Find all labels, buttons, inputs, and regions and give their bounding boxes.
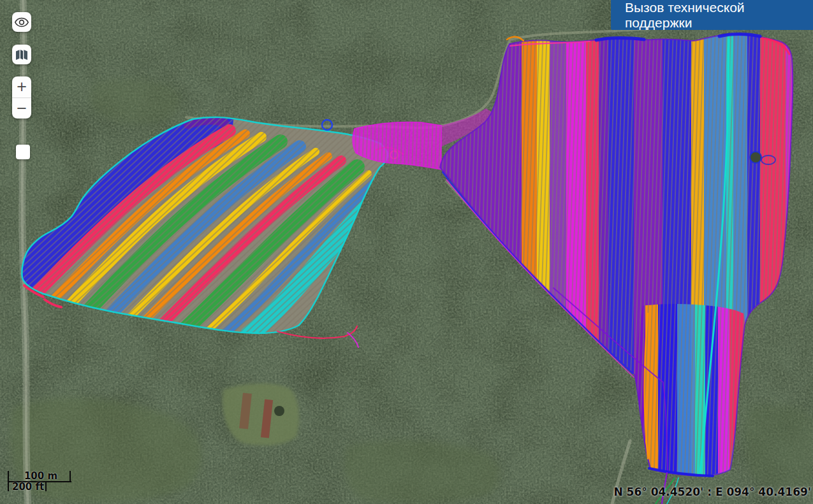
eye-icon bbox=[14, 15, 29, 30]
map-canvas[interactable] bbox=[0, 0, 813, 504]
folded-map-icon bbox=[14, 47, 29, 62]
scale-imperial-label: 200 ft bbox=[12, 481, 44, 493]
zoom-control: + − bbox=[12, 76, 31, 119]
zoom-out-button[interactable]: − bbox=[12, 98, 31, 119]
scale-tick-imperial bbox=[45, 482, 47, 491]
zoom-in-button[interactable]: + bbox=[12, 76, 31, 98]
support-banner[interactable]: Вызов технической поддержки bbox=[611, 0, 813, 30]
scale-bar: 100 m 200 ft bbox=[8, 470, 74, 493]
visibility-button[interactable] bbox=[12, 12, 31, 32]
scale-metric-label: 100 m bbox=[13, 470, 69, 482]
support-banner-label: Вызов технической поддержки bbox=[625, 0, 813, 31]
farm-clearing bbox=[223, 384, 299, 445]
scale-tick-left bbox=[8, 471, 9, 491]
map-viewport[interactable]: + − Вызов технической поддержки 100 m 20… bbox=[0, 0, 813, 504]
scale-tick-metric bbox=[70, 471, 71, 482]
coordinates-readout: N 56° 04.4520' : E 094° 40.4169' bbox=[613, 486, 811, 498]
basemap-button[interactable] bbox=[12, 45, 31, 64]
marker-toggle-button[interactable] bbox=[16, 145, 30, 159]
